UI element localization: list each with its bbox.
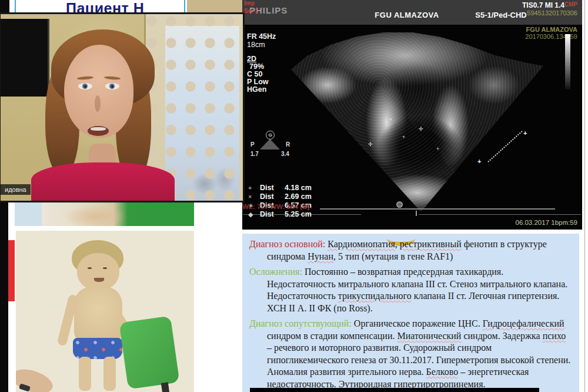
diagnosis-segment: , xyxy=(395,239,400,249)
measurement-caliper-line xyxy=(487,131,522,162)
presentation-screen: Пациент Н Imp PHILIPS Se: 1 FGU ALMAZOVA… xyxy=(0,0,588,392)
caliper-mark: + xyxy=(389,117,392,122)
focus-marker-icon xyxy=(396,201,403,208)
ultrasound-cmp-flag: CMP xyxy=(564,1,577,8)
probe-marker-value-left: 1.7 xyxy=(250,151,259,157)
bottom-black-bar xyxy=(250,388,539,392)
probe-marker-circle-icon: G xyxy=(266,131,275,139)
caliper-symbol-icon: × xyxy=(248,193,260,200)
ultrasound-accession-number: 59451320170306 xyxy=(527,9,577,16)
caliper-mark: ✢ xyxy=(368,141,373,147)
measurement-value: 4.18 cm xyxy=(285,184,312,192)
caliper-symbol-icon: ◆ xyxy=(248,211,260,218)
measurement-label: Dist xyxy=(260,192,285,201)
ultrasound-resolution: HGen xyxy=(247,86,266,94)
diagnosis-segment: синдром в стадии компенсации. xyxy=(267,331,397,341)
caliper-mark: ✢ xyxy=(419,126,423,132)
probe-marker-value-right: 3.4 xyxy=(281,151,289,157)
grayscale-calibration-bar xyxy=(565,34,570,89)
woman-pupil xyxy=(84,85,86,88)
webcam-video[interactable]: идовна xyxy=(0,12,245,202)
woman-pupil xyxy=(111,85,113,88)
diagnosis-segment: Эутироидная гипертиротропинемия xyxy=(339,379,483,389)
measurement-value: 5.25 cm xyxy=(285,210,312,218)
caliper-symbol-icon: + xyxy=(248,184,260,191)
diagnosis-segment: Органическое поражение ЦНС. xyxy=(352,318,483,328)
tv-screen xyxy=(1,19,49,97)
red-accent-bar xyxy=(8,240,15,301)
patient-photo-strip xyxy=(15,199,194,226)
diagnosis-segment: Нунан xyxy=(308,251,333,261)
child-leg xyxy=(79,357,91,391)
woman-iris xyxy=(82,84,88,89)
diagnosis-segment: Гидроцефалический xyxy=(483,318,564,328)
diagnosis-text: Диагноз основной: Кардиомиопатия, рестри… xyxy=(242,234,579,392)
measurement-label: Dist xyxy=(260,210,285,218)
diagnosis-segment: , 5 тип (мутация в гене RAF1) xyxy=(333,251,453,261)
child-mouth xyxy=(94,278,104,282)
diagnosis-block: Диагноз основной: Кардиомиопатия, рестри… xyxy=(242,234,579,392)
woman-red-shirt xyxy=(31,162,175,201)
diagnosis-segment: трикуспидального xyxy=(338,291,412,301)
child-torso xyxy=(74,287,122,341)
caliper-cross-icon: + xyxy=(477,158,481,165)
diagnosis-segment: синдром. Задержка xyxy=(461,331,542,341)
slide-right-margin xyxy=(582,0,588,392)
woman-iris xyxy=(109,84,115,89)
measurement-row: ×Dist2.69 cm xyxy=(248,192,312,201)
measurement-reference-line xyxy=(320,208,555,210)
ultrasound-site-overlay: FGU ALMAZOVA xyxy=(526,26,577,33)
diagnosis-paragraph: Диагноз основной: Кардиомиопатия, рестри… xyxy=(249,238,572,263)
caliper-mark: + xyxy=(402,134,405,140)
probe-marker-p: P xyxy=(250,141,255,148)
ultrasound-depth: 18cm xyxy=(247,41,265,49)
woman-nose xyxy=(95,95,101,112)
woman-teeth xyxy=(91,127,106,131)
diagnosis-segment: Белково xyxy=(426,367,459,377)
child-eye xyxy=(103,267,107,269)
probe-marker-r: R xyxy=(286,141,290,148)
ultrasound-tis-mi: TIS0.7 MI 1.4 xyxy=(522,1,564,9)
probe-orientation-marker: G P R 1.7 3.4 xyxy=(250,131,292,160)
participant-name-label: идовна xyxy=(1,184,31,195)
caliper-mark: + xyxy=(436,146,439,152)
diagnosis-paragraph: Осложнения: Постоянно – возвратная предс… xyxy=(249,266,572,314)
window-edge-line xyxy=(584,0,585,392)
left-black-strip xyxy=(0,199,8,392)
woman-face xyxy=(64,45,133,138)
dicom-window-level-overlay: WL: 727 WW: 254 [B] xyxy=(242,203,309,210)
diagnosis-segment: . xyxy=(483,379,486,389)
woman-eye xyxy=(78,83,92,89)
measurement-row: ◆Dist5.25 cm xyxy=(248,210,312,219)
bottom-ruler-right xyxy=(419,214,581,215)
green-chair xyxy=(119,315,179,389)
measurement-label: Dist xyxy=(260,184,285,192)
child-leg xyxy=(103,357,116,391)
ultrasound-image: Imp PHILIPS Se: 1 FGU ALMAZOVA S5-1/Ped-… xyxy=(242,0,582,230)
measurement-row: +Dist4.18 cm xyxy=(248,184,312,192)
diagnosis-segment: Миатонический xyxy=(397,331,462,341)
diagnosis-paragraph: Диагноз сопутствующий: Органическое пора… xyxy=(249,318,572,390)
diagnosis-label: Диагноз сопутствующий: xyxy=(249,318,352,328)
caliper-cross-icon: + xyxy=(523,129,527,137)
echo-sector-image xyxy=(289,29,545,215)
diagnosis-label: Осложнения: xyxy=(249,267,302,277)
probe-marker-triangle-icon xyxy=(260,139,280,150)
child-face xyxy=(77,253,119,291)
woman-eye xyxy=(105,83,119,89)
ultrasound-datetime: 06.03.2017 1bpm:59 xyxy=(515,219,577,226)
chair-leg xyxy=(161,382,169,392)
dicom-overlay-series: Se: 1 xyxy=(244,8,258,14)
patient-photo xyxy=(16,231,194,392)
diagnosis-label: Диагноз основной: xyxy=(249,239,325,249)
ultrasound-frame-rate: FR 45Hz xyxy=(247,33,276,41)
diagnosis-segment: Кардиомиопатия xyxy=(328,239,395,249)
child-underwear xyxy=(73,338,122,359)
measurement-value: 2.69 cm xyxy=(285,192,312,201)
bottom-ruler-tick xyxy=(416,211,417,216)
diagnosis-segment: рестриктивный xyxy=(400,239,462,249)
child-eye xyxy=(88,267,92,269)
diagnosis-segment: психо xyxy=(543,331,566,341)
